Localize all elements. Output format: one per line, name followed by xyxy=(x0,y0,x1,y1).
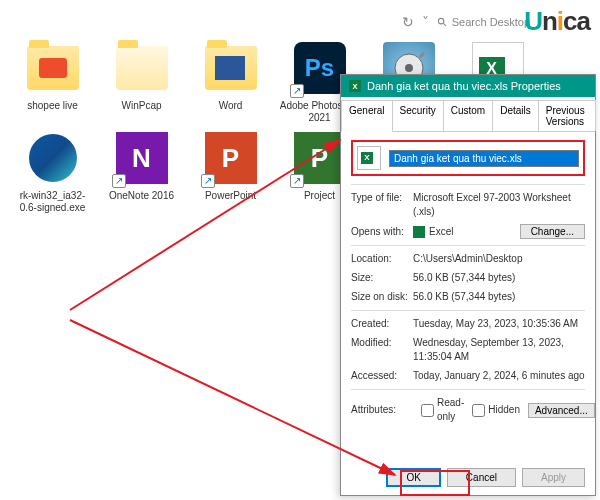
shortcut-icon: ↗ xyxy=(290,174,304,188)
type-label: Type of file: xyxy=(351,191,413,219)
file-type-icon xyxy=(357,146,381,170)
svg-point-0 xyxy=(438,18,444,24)
filename-highlight xyxy=(351,140,585,176)
excel-icon xyxy=(413,226,425,238)
size-label: Size: xyxy=(351,271,413,285)
created-value: Tuesday, May 23, 2023, 10:35:36 AM xyxy=(413,317,585,331)
cancel-button[interactable]: Cancel xyxy=(447,468,516,487)
dialog-titlebar[interactable]: X Danh gia ket qua thu viec.xls Properti… xyxy=(341,75,595,97)
tab-security[interactable]: Security xyxy=(392,100,444,131)
refresh-icon[interactable]: ↻ xyxy=(402,14,414,30)
shortcut-icon: ↗ xyxy=(201,174,215,188)
dropdown-icon[interactable]: ˅ xyxy=(422,14,429,30)
modified-value: Wednesday, September 13, 2023, 11:35:04 … xyxy=(413,336,585,364)
advanced-button[interactable]: Advanced... xyxy=(528,403,595,418)
size-value: 56.0 KB (57,344 bytes) xyxy=(413,271,585,285)
change-button[interactable]: Change... xyxy=(520,224,585,239)
apply-button[interactable]: Apply xyxy=(522,468,585,487)
excel-icon: X xyxy=(349,80,361,92)
shortcut-icon: ↗ xyxy=(112,174,126,188)
attributes-label: Attributes: xyxy=(351,403,413,417)
svg-text:X: X xyxy=(352,82,357,91)
dialog-tabs: General Security Custom Details Previous… xyxy=(341,97,595,132)
desktop-icon-powerpoint[interactable]: P↗ PowerPoint xyxy=(188,130,273,214)
properties-dialog: X Danh gia ket qua thu viec.xls Properti… xyxy=(340,74,596,496)
desktop-icon-onenote[interactable]: N↗ OneNote 2016 xyxy=(99,130,184,214)
modified-label: Modified: xyxy=(351,336,413,364)
opens-value: Excel xyxy=(429,226,453,237)
desktop-icon-shopee[interactable]: shopee live xyxy=(10,40,95,124)
desktop-icon-word[interactable]: Word xyxy=(188,40,273,124)
readonly-checkbox[interactable]: Read-only xyxy=(421,396,464,424)
explorer-toolbar: ↻ ˅ Search Desktop xyxy=(10,10,590,34)
desktop-icon-edge-installer[interactable]: rk-win32_ia32-0.6-signed.exe xyxy=(10,130,95,214)
created-label: Created: xyxy=(351,317,413,331)
location-value: C:\Users\Admin\Desktop xyxy=(413,252,585,266)
opens-label: Opens with: xyxy=(351,225,413,239)
tab-custom[interactable]: Custom xyxy=(443,100,493,131)
dialog-title: Danh gia ket qua thu viec.xls Properties xyxy=(367,80,561,92)
search-input[interactable]: Search Desktop xyxy=(437,16,530,28)
type-value: Microsoft Excel 97-2003 Worksheet (.xls) xyxy=(413,191,585,219)
location-label: Location: xyxy=(351,252,413,266)
tab-details[interactable]: Details xyxy=(492,100,539,131)
disk-value: 56.0 KB (57,344 bytes) xyxy=(413,290,585,304)
accessed-label: Accessed: xyxy=(351,369,413,383)
svg-line-1 xyxy=(443,23,446,26)
tab-previous-versions[interactable]: Previous Versions xyxy=(538,100,596,131)
svg-point-3 xyxy=(405,64,413,72)
disk-label: Size on disk: xyxy=(351,290,413,304)
accessed-value: Today, January 2, 2024, 6 minutes ago xyxy=(413,369,585,383)
filename-input[interactable] xyxy=(389,150,579,167)
hidden-checkbox[interactable]: Hidden xyxy=(472,403,520,417)
shortcut-icon: ↗ xyxy=(290,84,304,98)
ok-button[interactable]: OK xyxy=(386,468,440,487)
brand-logo: Unica xyxy=(524,6,590,37)
desktop-icon-wincap[interactable]: WinPcap xyxy=(99,40,184,124)
tab-general[interactable]: General xyxy=(341,100,393,132)
